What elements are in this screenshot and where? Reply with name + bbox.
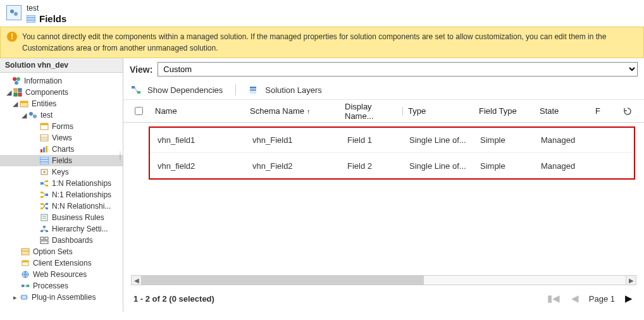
cell-name: vhn_field1 (152, 135, 247, 145)
col-display[interactable]: Display Name... (340, 102, 403, 121)
svg-rect-30 (46, 180, 48, 182)
col-extra[interactable]: F (590, 106, 638, 116)
grid-row[interactable]: vhn_field2 vhn_Field2 Field 2 Single Lin… (150, 153, 634, 178)
view-select[interactable]: Custom (158, 62, 638, 77)
cell-schema: vhn_Field1 (247, 135, 342, 145)
collapse-icon[interactable]: ◢ (11, 100, 19, 108)
layers-icon (249, 85, 259, 95)
scrollbar-thumb[interactable] (142, 276, 424, 285)
grid-footer: 1 - 2 of 2 (0 selected) ▮◀ ◀ Page 1 ▶ (123, 285, 644, 312)
tree-fields[interactable]: Fields (0, 155, 123, 166)
tree-entity-test[interactable]: ◢test (0, 109, 123, 121)
svg-rect-10 (14, 93, 17, 96)
tree-option-sets[interactable]: Option Sets (0, 246, 123, 257)
grid-row[interactable]: vhn_field1 vhn_Field1 Field 1 Single Lin… (150, 128, 634, 153)
svg-rect-59 (22, 261, 28, 262)
prev-page-button[interactable]: ◀ (570, 292, 580, 305)
header-super: test (27, 4, 66, 13)
svg-line-38 (43, 195, 46, 197)
page-label: Page 1 (589, 294, 615, 304)
col-name[interactable]: Name (150, 106, 245, 116)
warning-icon: ! (7, 32, 17, 42)
svg-point-1 (14, 12, 18, 16)
svg-rect-73 (250, 92, 256, 94)
cell-display: Field 1 (342, 135, 404, 145)
refresh-button[interactable] (622, 106, 633, 116)
record-status: 1 - 2 of 2 (0 selected) (133, 294, 214, 304)
tree-forms[interactable]: Forms (0, 121, 123, 132)
svg-point-7 (15, 81, 18, 85)
svg-rect-23 (46, 146, 47, 152)
svg-point-0 (10, 9, 14, 13)
tree-views[interactable]: Views (0, 132, 123, 144)
expand-icon[interactable]: ▸ (11, 293, 19, 302)
svg-rect-42 (46, 207, 48, 209)
svg-point-14 (29, 112, 33, 116)
svg-point-5 (13, 77, 16, 81)
col-type[interactable]: Type (403, 106, 474, 116)
tree-keys[interactable]: Keys (0, 166, 123, 178)
tree-hierarchy[interactable]: Hierarchy Setti... (0, 223, 123, 235)
svg-rect-65 (22, 295, 27, 299)
collapse-icon[interactable]: ◢ (5, 89, 13, 97)
entity-header-icon (6, 5, 22, 20)
col-state[interactable]: State (535, 106, 590, 116)
svg-rect-35 (40, 192, 43, 194)
collapse-icon[interactable]: ◢ (20, 111, 28, 120)
select-all-checkbox[interactable] (135, 107, 143, 115)
svg-rect-72 (250, 89, 256, 91)
tree-n1[interactable]: N:1 Relationships (0, 189, 123, 200)
toolbar-divider (235, 84, 236, 95)
svg-point-6 (16, 77, 20, 81)
warning-text: You cannot directly edit the components … (22, 31, 637, 54)
svg-rect-24 (40, 157, 49, 164)
svg-rect-71 (250, 87, 256, 89)
tree-nn[interactable]: N:N Relationshi... (0, 200, 123, 212)
svg-rect-9 (18, 89, 22, 92)
svg-rect-18 (40, 135, 48, 141)
col-field-type[interactable]: Field Type (474, 106, 535, 116)
svg-line-32 (43, 181, 46, 183)
svg-rect-11 (18, 93, 22, 96)
managed-solution-warning: ! You cannot directly edit the component… (0, 27, 644, 58)
tree-1n[interactable]: 1:N Relationships (0, 178, 123, 189)
solution-tree: Information ◢Components ◢Entities ◢test … (0, 73, 123, 305)
select-all-header[interactable] (130, 107, 150, 115)
svg-rect-63 (27, 285, 29, 287)
dependencies-icon (131, 85, 141, 95)
tree-entities[interactable]: ◢Entities (0, 98, 123, 109)
tree-plugin-assemblies[interactable]: ▸Plug-in Assemblies (0, 292, 123, 303)
tree-dashboards[interactable]: Dashboards (0, 235, 123, 246)
fields-grid: Name Schema Name↑ Display Name... Type F… (123, 100, 644, 268)
sort-asc-icon: ↑ (307, 108, 311, 115)
content-area: View: Custom Show Dependencies Solution … (123, 58, 644, 312)
cell-field-type: Simple (475, 161, 536, 171)
next-page-button[interactable]: ▶ (624, 292, 634, 305)
svg-rect-41 (46, 203, 48, 205)
gears-icon (9, 8, 19, 18)
page-header: test Fields (0, 0, 644, 27)
scroll-left-arrow[interactable]: ◀ (132, 276, 142, 285)
svg-line-70 (135, 87, 137, 92)
svg-line-33 (43, 183, 46, 185)
svg-rect-45 (41, 214, 47, 221)
solution-layers-button[interactable]: Solution Layers (247, 83, 323, 97)
first-page-button[interactable]: ▮◀ (546, 292, 561, 305)
tree-processes[interactable]: Processes (0, 280, 123, 292)
svg-rect-62 (22, 285, 24, 287)
svg-rect-29 (40, 182, 43, 185)
scroll-right-arrow[interactable]: ▶ (626, 276, 636, 285)
tree-information[interactable]: Information (0, 75, 123, 87)
col-schema[interactable]: Schema Name↑ (245, 106, 340, 116)
tree-client-extensions[interactable]: Client Extensions (0, 257, 123, 269)
svg-rect-40 (40, 207, 43, 209)
tree-charts[interactable]: Charts (0, 144, 123, 155)
header-title: Fields (39, 13, 66, 24)
show-dependencies-button[interactable]: Show Dependencies (130, 83, 224, 97)
splitter-handle[interactable]: ⋮⋮⋮ (117, 153, 123, 161)
cell-state: Managed (536, 135, 590, 145)
horizontal-scrollbar[interactable]: ◀ ▶ (131, 275, 636, 285)
tree-components[interactable]: ◢Components (0, 87, 123, 98)
tree-business-rules[interactable]: Business Rules (0, 212, 123, 223)
tree-web-resources[interactable]: Web Resources (0, 269, 123, 280)
